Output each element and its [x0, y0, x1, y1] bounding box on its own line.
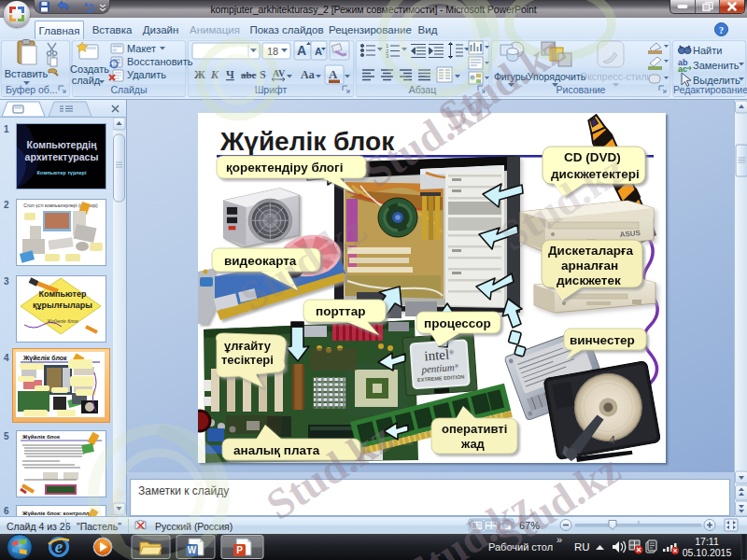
- svg-text:Фигуры: Фигуры: [494, 71, 528, 82]
- svg-text:Жүйелік блок: Жүйелік блок: [22, 355, 67, 362]
- svg-text:Жүйелік блок: Жүйелік блок: [46, 318, 78, 324]
- svg-text:Экспресс-стили: Экспресс-стили: [581, 71, 653, 82]
- svg-text:құрылғылары: құрылғылары: [33, 301, 92, 310]
- svg-text:дискжетек: дискжетек: [557, 273, 621, 287]
- svg-text:CD (DVD): CD (DVD): [564, 150, 621, 164]
- svg-text:видеокарта: видеокарта: [224, 254, 297, 268]
- svg-text:ұлғайту: ұлғайту: [224, 339, 272, 353]
- svg-text:Выделить: Выделить: [693, 75, 740, 86]
- svg-text:67%: 67%: [519, 520, 540, 531]
- svg-text:дискжетектері: дискжетектері: [551, 167, 640, 181]
- svg-text:A: A: [329, 67, 338, 81]
- svg-text:қоректендіру блогі: қоректендіру блогі: [226, 161, 343, 175]
- svg-text:жад: жад: [460, 437, 486, 451]
- svg-text:Создать: Создать: [70, 63, 109, 75]
- svg-text:процессор: процессор: [424, 316, 491, 330]
- svg-text:Рабочий стол: Рабочий стол: [488, 541, 553, 553]
- svg-text:S: S: [260, 68, 266, 81]
- svg-text:»: »: [557, 534, 562, 545]
- svg-text:слайд: слайд: [72, 75, 101, 86]
- svg-text:?: ?: [719, 25, 724, 35]
- svg-text:Aa: Aa: [301, 68, 315, 81]
- svg-text:ас: ас: [678, 64, 687, 74]
- svg-text:порттар: порттар: [316, 304, 365, 318]
- svg-text:Найти: Найти: [693, 45, 722, 56]
- svg-text:арналған: арналған: [561, 259, 618, 273]
- svg-text:abc: abc: [241, 69, 257, 80]
- svg-text:Компьютердің: Компьютердің: [26, 139, 97, 150]
- svg-text:Жүйелік блок: Жүйелік блок: [219, 127, 395, 156]
- svg-text:RU: RU: [574, 541, 590, 553]
- svg-text:Компьютер: Компьютер: [39, 289, 87, 299]
- svg-text:Упорядочить: Упорядочить: [528, 71, 586, 82]
- svg-text:К: К: [210, 68, 219, 81]
- svg-text:Макет: Макет: [127, 43, 156, 54]
- svg-text:Ж: Ж: [194, 68, 205, 81]
- svg-text:A: A: [297, 43, 306, 58]
- svg-text:Ч: Ч: [226, 68, 234, 81]
- svg-text:Дискеталарға: Дискеталарға: [548, 244, 634, 258]
- svg-text:винчестер: винчестер: [570, 333, 635, 347]
- svg-text:Восстановить: Восстановить: [127, 56, 193, 67]
- svg-text:A: A: [315, 46, 322, 57]
- svg-text:Жүйелік блок: Жүйелік блок: [21, 434, 60, 440]
- svg-text:оперативті: оперативті: [442, 422, 507, 436]
- svg-text:W: W: [188, 545, 197, 555]
- svg-text:3: 3: [386, 53, 389, 59]
- svg-text:тесіктері: тесіктері: [221, 353, 274, 367]
- svg-text:AV: AV: [273, 68, 286, 78]
- svg-text:Заменить: Заменить: [693, 60, 740, 71]
- svg-text:Вставить: Вставить: [5, 68, 49, 79]
- svg-text:Удалить: Удалить: [127, 69, 166, 80]
- svg-text:аналық плата: аналық плата: [233, 443, 320, 457]
- svg-text:4: 4: [609, 433, 615, 447]
- svg-text:P: P: [236, 545, 243, 555]
- svg-text:Компьютер түрлері: Компьютер түрлері: [37, 170, 87, 175]
- svg-text:18: 18: [267, 46, 278, 57]
- svg-text:архитектурасы: архитектурасы: [25, 151, 99, 162]
